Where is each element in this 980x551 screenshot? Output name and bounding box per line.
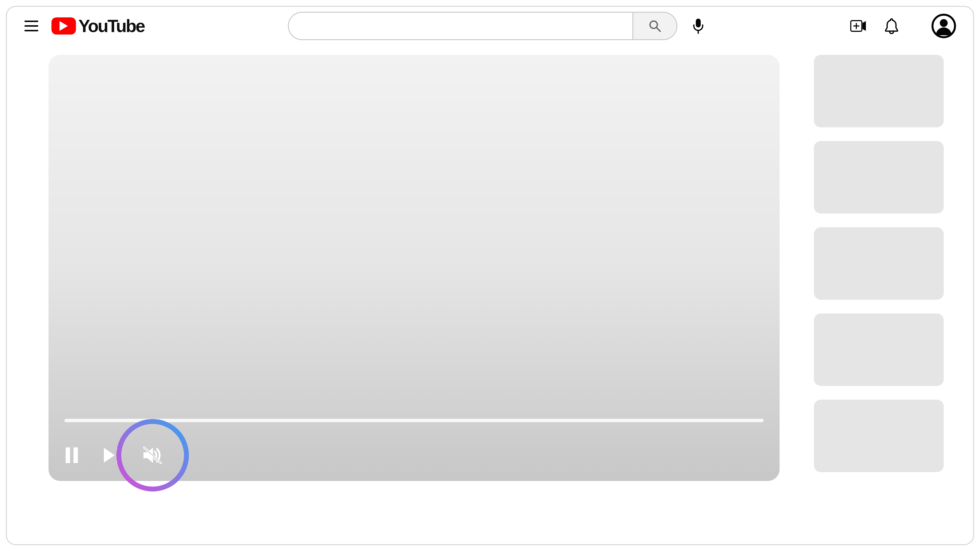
- suggested-thumbnail[interactable]: [814, 400, 944, 472]
- suggested-thumbnail[interactable]: [814, 313, 944, 386]
- search-button[interactable]: [632, 13, 676, 39]
- svg-marker-6: [862, 21, 866, 31]
- svg-rect-11: [66, 448, 70, 463]
- sidebar-column: [814, 55, 944, 534]
- hamburger-menu-icon[interactable]: [24, 19, 39, 33]
- create-button[interactable]: [850, 18, 866, 34]
- mute-highlight-wrap: [142, 444, 164, 466]
- bell-icon: [885, 18, 899, 34]
- app-window: YouTube: [6, 6, 974, 545]
- next-icon: [104, 448, 121, 463]
- search-icon: [649, 20, 661, 32]
- svg-rect-14: [117, 448, 120, 463]
- speaker-muted-icon: [142, 443, 164, 467]
- notifications-button[interactable]: [883, 18, 900, 34]
- suggested-thumbnail[interactable]: [814, 55, 944, 127]
- svg-line-2: [657, 28, 660, 31]
- pause-icon: [65, 448, 79, 463]
- svg-rect-12: [73, 448, 78, 463]
- microphone-icon: [693, 18, 704, 34]
- suggested-thumbnail[interactable]: [814, 141, 944, 214]
- mute-button[interactable]: [142, 444, 164, 466]
- voice-search-button[interactable]: [690, 17, 707, 35]
- video-add-icon: [850, 19, 866, 33]
- youtube-logo[interactable]: YouTube: [51, 16, 144, 36]
- svg-rect-3: [696, 19, 701, 27]
- search-wrap: [288, 12, 707, 40]
- header-actions: [850, 14, 956, 38]
- video-player[interactable]: [49, 55, 780, 481]
- search-input[interactable]: [289, 13, 632, 39]
- suggested-thumbnail[interactable]: [814, 227, 944, 300]
- next-button[interactable]: [101, 444, 123, 466]
- search-bar: [288, 12, 678, 40]
- player-controls: [61, 444, 164, 466]
- progress-bar[interactable]: [64, 419, 764, 422]
- header: YouTube: [7, 7, 973, 45]
- svg-marker-0: [59, 21, 68, 31]
- main-content: [7, 45, 973, 544]
- svg-point-10: [940, 19, 948, 27]
- play-logo-icon: [51, 17, 76, 35]
- svg-marker-13: [104, 448, 115, 463]
- user-avatar-button[interactable]: [931, 14, 956, 38]
- brand-text: YouTube: [78, 16, 144, 36]
- pause-button[interactable]: [61, 444, 83, 466]
- player-column: [49, 55, 780, 534]
- user-avatar-icon: [931, 14, 956, 38]
